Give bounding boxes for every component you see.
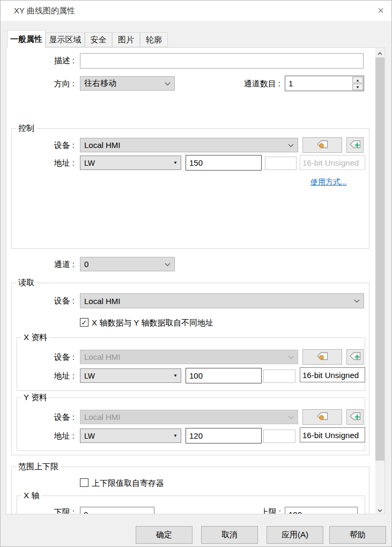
chevron-down-icon: [288, 144, 294, 147]
control-tag-add-button[interactable]: [346, 137, 364, 153]
help-button[interactable]: 帮助: [329, 526, 386, 544]
apply-button-label: 应用(A): [282, 530, 308, 540]
x-address-type-combo[interactable]: LW ▼: [80, 368, 181, 383]
y-address-type-combo[interactable]: LW ▼: [80, 428, 181, 443]
tab-profile[interactable]: 轮廓: [140, 32, 168, 47]
scroll-down-icon: [378, 505, 382, 514]
limits-group-title: 范围上下限: [16, 462, 61, 471]
checkbox-check-icon: ✓: [82, 319, 87, 326]
chevron-down-icon: [165, 263, 171, 267]
control-address-label: 地址 :: [32, 158, 75, 168]
scrollbar-thumb[interactable]: [375, 57, 384, 461]
apply-button[interactable]: 应用(A): [267, 526, 323, 544]
tag-settings-icon: [316, 351, 329, 363]
control-tag-settings-button[interactable]: [302, 137, 342, 153]
tag-add-icon: [349, 139, 361, 151]
control-address-type-value: LW: [84, 159, 95, 167]
channel-count-spinner: ▲ ▼: [285, 76, 364, 91]
chevron-down-icon: [165, 82, 171, 86]
control-address-index-box: [265, 157, 297, 170]
tab-security-label: 安全: [91, 35, 107, 45]
channel-label: 通道 :: [32, 260, 75, 269]
control-group-title: 控制: [16, 123, 36, 133]
limits-from-register-checkbox[interactable]: [80, 478, 88, 487]
y-device-value: Local HMI: [84, 412, 121, 422]
scroll-down-button[interactable]: [375, 505, 384, 514]
ok-button-label: 确定: [156, 530, 172, 540]
tab-general[interactable]: 一般属性: [7, 30, 46, 48]
x-axis-low-label: 下限 :: [32, 507, 75, 514]
control-device-value: Local HMI: [84, 141, 121, 150]
y-device-dropdown: Local HMI: [80, 410, 298, 424]
help-button-label: 帮助: [350, 530, 366, 540]
scroll-up-icon: [378, 48, 382, 57]
combo-arrow-icon: ▼: [173, 373, 177, 378]
x-address-label: 地址 :: [32, 371, 75, 381]
tab-display-area[interactable]: 显示区域: [46, 32, 85, 47]
y-tag-settings-button[interactable]: [302, 409, 342, 425]
read-device-value: Local HMI: [84, 297, 121, 306]
scroll-up-button[interactable]: [375, 48, 384, 57]
xy-curve-properties-dialog: XY 曲线图的属性 ✕ 一般属性 显示区域 安全 图片 轮廓 描述 : 方向 :…: [0, 0, 392, 547]
x-axis-low-input[interactable]: [80, 507, 154, 514]
y-tag-add-button[interactable]: [346, 409, 364, 425]
separate-xy-address-label: X 轴数据与 Y 轴数据取自不同地址: [92, 318, 213, 328]
read-device-dropdown[interactable]: Local HMI: [80, 293, 364, 308]
channel-dropdown[interactable]: 0: [80, 257, 175, 271]
description-label: 描述 :: [32, 56, 75, 65]
combo-arrow-icon: ▼: [173, 433, 177, 438]
tab-display-label: 显示区域: [49, 35, 82, 45]
y-data-format: 16-bit Unsigned: [300, 427, 365, 442]
limits-from-register-label: 上下限值取自寄存器: [92, 478, 164, 488]
tag-add-icon: [349, 411, 361, 423]
control-device-label: 设备 :: [32, 141, 75, 150]
ok-button[interactable]: 确定: [136, 526, 193, 544]
vertical-scrollbar[interactable]: [375, 48, 384, 514]
y-device-label: 设备 :: [32, 412, 75, 422]
x-axis-high-input[interactable]: [285, 507, 358, 514]
tag-settings-icon: [316, 411, 329, 423]
control-device-dropdown[interactable]: Local HMI: [80, 138, 298, 152]
tab-content-panel: 描述 : 方向 : 往右移动 通道数目 : ▲ ▼ 控制 设备 : Local …: [6, 47, 385, 514]
x-data-format: 16-bit Unsigned: [300, 367, 365, 382]
control-address-input[interactable]: [186, 155, 262, 171]
window-title: XY 曲线图的属性: [14, 1, 75, 21]
spin-down-button[interactable]: ▼: [352, 84, 363, 90]
direction-dropdown[interactable]: 往右移动: [80, 76, 175, 91]
x-axis-group-title: X 轴: [21, 491, 41, 500]
x-device-label: 设备 :: [32, 352, 75, 362]
read-device-label: 设备 :: [32, 296, 75, 306]
y-address-label: 地址 :: [32, 431, 75, 441]
cancel-button-label: 取消: [221, 530, 238, 540]
y-data-group-title: Y 资料: [21, 393, 49, 402]
read-group-title: 读取: [16, 278, 36, 287]
tab-profile-label: 轮廓: [146, 35, 162, 45]
control-data-format: 16-bit Unsigned: [300, 155, 365, 170]
control-address-type-combo[interactable]: LW ▼: [80, 156, 181, 170]
channel-count-input[interactable]: [285, 76, 355, 91]
separate-xy-address-checkbox[interactable]: ✓: [80, 318, 88, 327]
chevron-down-icon: [288, 416, 294, 419]
tab-security[interactable]: 安全: [85, 32, 112, 47]
x-device-value: Local HMI: [84, 352, 121, 361]
spin-up-icon: ▲: [356, 78, 360, 82]
usage-link[interactable]: 使用方式...: [310, 178, 347, 187]
x-tag-settings-button[interactable]: [302, 349, 342, 365]
x-tag-add-button[interactable]: [346, 349, 364, 365]
tag-settings-icon: [316, 139, 329, 151]
cancel-button[interactable]: 取消: [201, 526, 258, 544]
x-address-input[interactable]: [186, 368, 262, 383]
direction-value: 往右移动: [84, 78, 116, 88]
description-input[interactable]: [80, 53, 364, 69]
close-button[interactable]: ✕: [373, 4, 388, 18]
tab-picture[interactable]: 图片: [112, 32, 140, 47]
y-address-input[interactable]: [186, 428, 262, 443]
chevron-down-icon: [288, 356, 294, 359]
spin-up-button[interactable]: ▲: [352, 77, 363, 83]
titlebar: XY 曲线图的属性 ✕: [1, 1, 392, 21]
y-address-index-box: [263, 430, 295, 443]
x-address-type-value: LW: [84, 372, 95, 380]
y-address-type-value: LW: [84, 432, 95, 440]
tab-general-label: 一般属性: [10, 34, 42, 45]
x-address-index-box: [263, 369, 295, 383]
